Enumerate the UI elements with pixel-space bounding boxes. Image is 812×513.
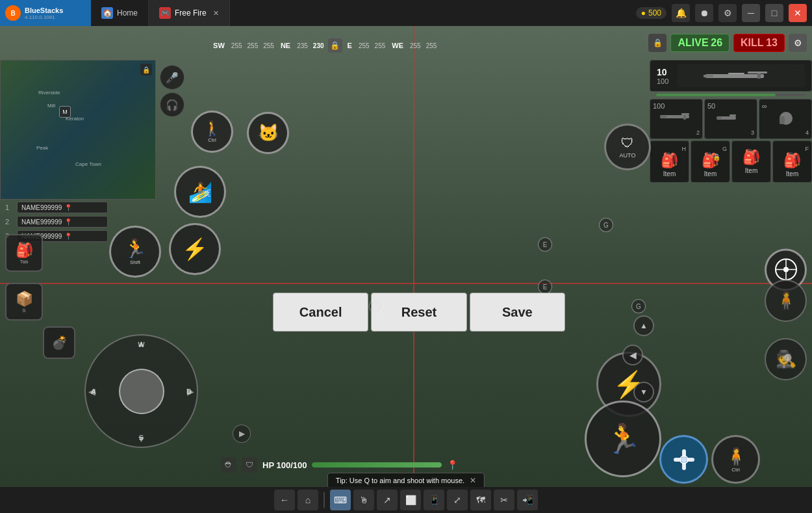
ak47-icon [702, 66, 780, 86]
cancel-button[interactable]: Cancel [273, 293, 368, 332]
right-run-button[interactable]: 🏃 [585, 401, 661, 477]
headphone-button[interactable]: 🎧 [160, 92, 184, 117]
item-slot-f-key: F [806, 146, 809, 152]
alive-count: 26 [711, 37, 722, 48]
keyboard-button[interactable]: ⌨ [330, 490, 351, 510]
joystick-outer[interactable]: ▲ ▼ ◀ ▶ W S A D [84, 334, 198, 448]
play-small-button[interactable]: ▶ [233, 425, 251, 443]
key-g-indicator: G [599, 218, 613, 232]
scissors-button[interactable]: ✂ [494, 490, 514, 510]
joystick[interactable]: ▲ ▼ ◀ ▶ W S A D [84, 334, 198, 448]
auto-icon-group: 🛡 AUTO [620, 136, 636, 159]
fullscreen-button[interactable]: ⤢ [447, 490, 468, 510]
tab-home[interactable]: 🏠 Home [91, 0, 149, 26]
down-arrow-button[interactable]: ▼ [633, 382, 654, 402]
notification-button[interactable]: 🔔 [672, 4, 690, 22]
primary-ammo-total: 100 [657, 77, 672, 85]
bluestacks-logo: B BlueStacks 4.110.0.1081 [0, 0, 91, 26]
slot-4-ammo: ∞ [762, 102, 767, 110]
item-slot-f[interactable]: F 🎒 Item [772, 140, 812, 183]
inventory-tab-button[interactable]: 🎒 Tab [5, 234, 43, 272]
back-nav-button[interactable]: ← [274, 490, 295, 510]
close-tab-icon[interactable]: ✕ [213, 9, 219, 18]
player-name-1: NAME999999 [21, 204, 62, 211]
kill-badge: KILL 13 [733, 34, 785, 52]
slide-icon: 🏄 [188, 181, 212, 204]
minimap-lock-icon: 🔒 [140, 64, 152, 75]
action-ctrl-button[interactable]: 🚶 Ctrl [191, 111, 233, 153]
window-button[interactable]: ⬜ [400, 490, 421, 510]
weapon-area: 10 100 100 [650, 60, 812, 183]
tab-free-fire[interactable]: 🎮 Free Fire ✕ [149, 0, 230, 26]
weapon-4-svg [768, 110, 804, 126]
weapon-slot-4[interactable]: ∞ 4 [759, 99, 812, 139]
item-slot-3[interactable]: 🎒 Item [731, 140, 771, 183]
player-num-2: 2 [5, 218, 13, 226]
compass-lock-area [0, 26, 156, 60]
save-button[interactable]: Save [470, 293, 565, 332]
action-run-button[interactable]: 🏃 Shift [109, 226, 161, 278]
auto-button[interactable]: 🛡 AUTO [604, 124, 651, 170]
phone-2-button[interactable]: 📲 [517, 490, 538, 510]
hud-top-bar: SW 255 255 255 NE 235 230 🔒 E 255 255 WE… [0, 26, 812, 60]
joy-label-w: W [138, 341, 144, 349]
game-area: SW 255 255 255 NE 235 230 🔒 E 255 255 WE… [0, 26, 812, 513]
player-bar-2: NAME999999 📍 [17, 216, 108, 228]
shield-icon: 🛡 [621, 136, 634, 151]
person-icon: 🚶 [203, 120, 221, 137]
hud-settings-button[interactable]: ⚙ [789, 34, 807, 52]
app-name: BlueStacks [25, 7, 63, 14]
primary-weapon-image [678, 64, 805, 87]
svg-rect-13 [780, 116, 785, 124]
phone-button[interactable]: 📱 [424, 490, 444, 510]
tip-close-button[interactable]: ✕ [470, 476, 476, 485]
up-arrow-button[interactable]: ▲ [633, 315, 654, 336]
scope-small-button[interactable] [659, 435, 708, 484]
action-slide-button[interactable]: 🏄 [174, 166, 226, 218]
right-person-button-2[interactable]: 🧍 [765, 280, 807, 322]
minimap: Riverside Mill Keraton Peak Cape Town 🔒 … [0, 60, 156, 200]
grenade-button[interactable]: 💣 [43, 326, 75, 359]
home-tab-icon: 🏠 [101, 7, 113, 19]
close-button[interactable]: ✕ [789, 4, 807, 22]
box-icon: 📦 [16, 291, 33, 308]
compass-num-8: 255 [426, 42, 437, 49]
mouse-button[interactable]: 🖱 [353, 490, 374, 510]
settings-button[interactable]: ⚙ [718, 4, 737, 22]
item-slot-h[interactable]: H 🎒 Item [650, 140, 689, 183]
grenade-icon: 💣 [51, 335, 68, 350]
minimize-button[interactable]: ─ [742, 4, 760, 22]
maximize-button[interactable]: □ [765, 4, 783, 22]
s-action-button[interactable]: 📦 S [5, 283, 43, 321]
item-slots: H 🎒 Item G 🎒🔒 Item 🎒 Item F 🎒 Item [650, 140, 812, 183]
action-animal-button[interactable]: 🐱 [247, 112, 289, 154]
slot-3-key: 3 [751, 129, 754, 136]
home-tab-label: Home [117, 8, 138, 18]
crouch-button[interactable]: 🧍 Ctrl [711, 435, 760, 484]
crosshair-vertical [413, 26, 414, 513]
reset-button[interactable]: Reset [371, 293, 466, 332]
action-slash-button[interactable]: ⚡ [169, 223, 221, 275]
slot-3-ammo: 50 [707, 102, 715, 110]
item-slot-h-icon: 🎒 [661, 152, 678, 169]
run-icon: 🏃 [124, 238, 147, 259]
compass-heading: 230 [313, 42, 324, 49]
crosshair-horizontal [0, 283, 812, 284]
map-marker-m: M [59, 106, 71, 118]
app-version: 4.110.0.1081 [25, 14, 63, 20]
title-bar: B BlueStacks 4.110.0.1081 🏠 Home 🎮 Free … [0, 0, 812, 26]
compass-center-lock: 🔒 [328, 38, 342, 53]
mic-button[interactable]: 🎤 [160, 65, 184, 90]
up-arrow-icon: ▲ [640, 321, 648, 330]
cursor-button[interactable]: ↗ [377, 490, 398, 510]
item-slot-g[interactable]: G 🎒🔒 Item [691, 140, 730, 183]
back-button-right[interactable]: ◀ [622, 345, 643, 365]
right-person-button-1[interactable]: 🕵 [765, 338, 807, 380]
record-button[interactable]: ⏺ [695, 4, 713, 22]
coin-amount: 500 [648, 8, 661, 18]
map-button[interactable]: 🗺 [470, 490, 491, 510]
weapon-slot-3[interactable]: 50 3 [704, 99, 757, 139]
weapon-slot-2[interactable]: 100 2 [650, 99, 703, 139]
animal-icon: 🐱 [258, 123, 279, 143]
home-nav-button[interactable]: ⌂ [298, 490, 318, 510]
